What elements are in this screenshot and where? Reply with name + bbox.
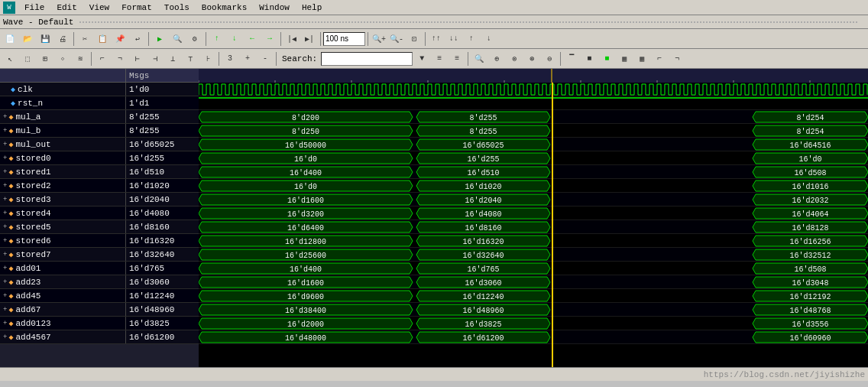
tb-wave1[interactable]: ↑ [209, 31, 225, 47]
expand-button[interactable]: + [3, 113, 7, 121]
menu-help[interactable]: Help [296, 2, 328, 14]
wave-row[interactable]: 16'd320016'd408016'd4064 [199, 207, 868, 220]
wave-row[interactable]: 16'd016'd102016'd1016 [199, 179, 868, 193]
signal-row[interactable]: +◆stored716'd32640 [0, 248, 199, 262]
tb-sim-run[interactable]: ▶ [151, 31, 168, 47]
expand-button[interactable]: + [3, 320, 7, 327]
tb-open[interactable]: 📂 [19, 31, 36, 47]
tb-wave-style3[interactable]: ■ [598, 50, 615, 67]
wave-row[interactable]: 16'd40016'd51016'd508 [199, 165, 868, 179]
wave-row[interactable]: 16'd200016'd382516'd3556 [199, 317, 868, 330]
tb-select[interactable]: ⬚ [19, 50, 36, 67]
wave-row[interactable] [199, 96, 868, 110]
tb-cursor[interactable]: ↖ [2, 50, 18, 67]
expand-button[interactable]: + [3, 265, 7, 272]
expand-button[interactable]: + [3, 182, 7, 190]
menu-edit[interactable]: Edit [50, 2, 83, 14]
signal-row[interactable]: +◆stored316'd2040 [0, 193, 199, 207]
time-unit-input[interactable] [323, 32, 365, 46]
wave-row[interactable]: 16'd640016'd816016'd8128 [199, 220, 868, 234]
tb-3s1[interactable]: 3 [222, 50, 238, 67]
tb-search-opt1[interactable]: ≡ [431, 50, 448, 67]
tb-zoom-in[interactable]: 🔍+ [371, 31, 387, 47]
tb-3s3[interactable]: - [257, 50, 274, 67]
expand-button[interactable]: + [3, 168, 7, 176]
signal-row[interactable]: +◆stored016'd255 [0, 151, 199, 165]
signal-row[interactable]: +◆stored416'd4080 [0, 207, 199, 220]
tb-jump-end[interactable]: ▶| [301, 31, 318, 47]
signal-row[interactable]: +◆mul_a8'd255 [0, 110, 199, 124]
signal-row[interactable]: +◆add0116'd765 [0, 262, 199, 275]
menu-file[interactable]: File [18, 2, 50, 14]
tb-zoom-out[interactable]: 🔍- [388, 31, 405, 47]
menu-tools[interactable]: Tools [158, 2, 196, 14]
tb-wave-style2[interactable]: ■ [581, 50, 598, 67]
expand-button[interactable]: + [3, 154, 7, 162]
signal-row[interactable]: +◆add4516'd12240 [0, 289, 199, 303]
signal-row[interactable]: +◆stored216'd1020 [0, 179, 199, 193]
signal-row[interactable]: +◆mul_b8'd255 [0, 124, 199, 138]
expand-button[interactable]: + [3, 333, 7, 341]
wave-row[interactable]: 16'd160016'd306016'd3048 [199, 275, 868, 289]
tb-nav3[interactable]: ↑ [463, 31, 480, 47]
wave-row[interactable]: 16'd2560016'd3264016'd32512 [199, 248, 868, 262]
signal-row[interactable]: ◆clk1'd0 [0, 83, 199, 96]
signal-row[interactable]: +◆stored116'd510 [0, 165, 199, 179]
wave-row[interactable]: 16'd40016'd76516'd508 [199, 262, 868, 275]
tb-zoom-e[interactable]: ⊜ [541, 50, 558, 67]
tb-zoom-sel[interactable]: ⊞ [37, 50, 53, 67]
expand-button[interactable]: + [3, 292, 7, 300]
tb-wave-tool[interactable]: ≋ [72, 50, 89, 67]
menu-format[interactable]: Format [115, 2, 158, 14]
tb-wave-style4[interactable]: ▦ [616, 50, 633, 67]
tb-jump-start[interactable]: |◀ [283, 31, 300, 47]
wave-row[interactable]: 8'd2508'd2558'd254 [199, 124, 868, 138]
expand-button[interactable]: + [3, 306, 7, 314]
tb-wt3[interactable]: ⊢ [129, 50, 146, 67]
tb-nav2[interactable]: ↓↓ [445, 31, 462, 47]
wave-row[interactable]: 8'd2008'd2558'd254 [199, 110, 868, 124]
tb-undo[interactable]: ↩ [129, 31, 146, 47]
tb-wt2[interactable]: ¬ [112, 50, 128, 67]
tb-nav4[interactable]: ↓ [481, 31, 497, 47]
tb-search-go[interactable]: ▼ [413, 50, 430, 67]
signal-row[interactable]: +◆stored516'd8160 [0, 220, 199, 234]
tb-zoom-b[interactable]: ⊕ [488, 50, 505, 67]
tb-wt6[interactable]: ⊤ [182, 50, 199, 67]
tb-3s2[interactable]: + [239, 50, 256, 67]
signal-row[interactable]: +◆stored616'd16320 [0, 234, 199, 248]
tb-zoom-d[interactable]: ⊛ [523, 50, 540, 67]
expand-button[interactable]: + [3, 251, 7, 259]
signal-row[interactable]: +◆add6716'd48960 [0, 303, 199, 317]
signal-row[interactable]: ◆rst_n1'd1 [0, 96, 199, 110]
tb-nav1[interactable]: ↑↑ [428, 31, 445, 47]
menu-view[interactable]: View [83, 2, 115, 14]
menu-window[interactable]: Window [253, 2, 296, 14]
tb-copy[interactable]: 📋 [94, 31, 111, 47]
tb-find2[interactable]: ⚙ [186, 31, 203, 47]
tb-save[interactable]: 💾 [37, 31, 53, 47]
search-input[interactable] [321, 52, 413, 66]
signal-row[interactable]: +◆add012316'd3825 [0, 317, 199, 330]
wave-row[interactable]: 16'd960016'd1224016'd12192 [199, 289, 868, 303]
expand-button[interactable]: + [3, 196, 7, 203]
expand-button[interactable]: + [3, 141, 7, 148]
tb-paste[interactable]: 📌 [112, 31, 128, 47]
wave-row[interactable]: 16'd5000016'd6502516'd64516 [199, 138, 868, 151]
expand-button[interactable]: + [3, 210, 7, 217]
tb-print[interactable]: 🖨 [54, 31, 71, 47]
tb-wt7[interactable]: ⊦ [199, 50, 216, 67]
expand-button[interactable]: + [3, 127, 7, 135]
tb-find[interactable]: 🔍 [169, 31, 186, 47]
tb-wave-style6[interactable]: ⌐ [651, 50, 668, 67]
wave-row[interactable]: 16'd1280016'd1632016'd16256 [199, 234, 868, 248]
tb-wave-style7[interactable]: ¬ [669, 50, 685, 67]
tb-wave2[interactable]: ↓ [226, 31, 243, 47]
tb-wave-style1[interactable]: ▔ [563, 50, 580, 67]
tb-zoom-a[interactable]: 🔍 [471, 50, 487, 67]
wave-panel[interactable]: 8'd2008'd2558'd2548'd2508'd2558'd25416'd… [199, 69, 868, 367]
tb-wave4[interactable]: → [261, 31, 278, 47]
tb-cut[interactable]: ✂ [76, 31, 93, 47]
tb-wave3[interactable]: ← [244, 31, 261, 47]
wave-row[interactable] [199, 83, 868, 96]
